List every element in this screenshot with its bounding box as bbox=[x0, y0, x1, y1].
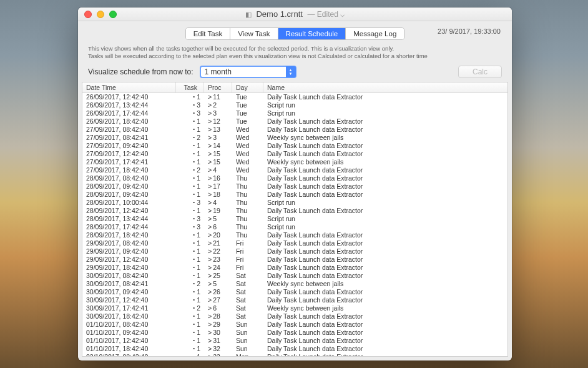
table-row[interactable]: 27/09/2017, 18:42:40•2>4WedDaily Task La… bbox=[82, 166, 507, 174]
tab-view-task[interactable]: View Task bbox=[230, 28, 278, 39]
cell-day: Wed bbox=[232, 134, 263, 142]
cell-task: •1 bbox=[176, 247, 204, 256]
table-row[interactable]: 28/09/2017, 10:00:44•3>4ThuScript run bbox=[82, 199, 507, 207]
cell-name: Script run bbox=[263, 101, 507, 109]
cell-proc: >12 bbox=[204, 117, 232, 126]
cell-proc: >22 bbox=[204, 247, 232, 256]
cell-name: Daily Task Launch data Extractor bbox=[263, 272, 507, 280]
view-tabs: Edit TaskView TaskResult ScheduleMessage… bbox=[185, 27, 405, 40]
table-row[interactable]: 28/09/2017, 18:42:40•1>20ThuDaily Task L… bbox=[82, 231, 507, 239]
table-row[interactable]: 26/09/2017, 17:42:44•3>3TueScript run bbox=[82, 109, 507, 117]
col-name[interactable]: Name bbox=[263, 82, 507, 92]
cell-datetime: 28/09/2017, 17:42:44 bbox=[82, 223, 176, 231]
cell-proc: >5 bbox=[204, 215, 232, 223]
cell-proc: >25 bbox=[204, 272, 232, 280]
cell-name: Daily Task Launch data Extractor bbox=[263, 329, 507, 337]
cell-day: Sat bbox=[232, 296, 263, 304]
cell-day: Sun bbox=[232, 321, 263, 329]
period-select[interactable]: 1 month ▲▼ bbox=[200, 66, 296, 78]
table-row[interactable]: 30/09/2017, 09:42:40•1>26SatDaily Task L… bbox=[82, 288, 507, 296]
table-row[interactable]: 28/09/2017, 08:42:40•1>16ThuDaily Task L… bbox=[82, 174, 507, 182]
cell-datetime: 28/09/2017, 18:42:40 bbox=[82, 231, 176, 239]
table-header: Date Time Task Proc Day Name bbox=[82, 82, 507, 93]
table-row[interactable]: 28/09/2017, 09:42:40•1>17ThuDaily Task L… bbox=[82, 182, 507, 191]
cell-name: Daily Task Launch data Extractor bbox=[263, 345, 507, 353]
table-row[interactable]: 27/09/2017, 17:42:41•1>15WedWeekly sync … bbox=[82, 158, 507, 166]
tab-edit-task[interactable]: Edit Task bbox=[186, 28, 230, 39]
cell-proc: >11 bbox=[204, 93, 232, 101]
cell-datetime: 01/10/2017, 18:42:40 bbox=[82, 345, 176, 353]
col-task[interactable]: Task bbox=[176, 82, 204, 92]
table-row[interactable]: 30/09/2017, 12:42:40•1>27SatDaily Task L… bbox=[82, 296, 507, 304]
col-day[interactable]: Day bbox=[232, 82, 263, 92]
table-row[interactable]: 27/09/2017, 08:42:40•1>13WedDaily Task L… bbox=[82, 126, 507, 134]
zoom-button[interactable] bbox=[109, 11, 117, 18]
table-row[interactable]: 26/09/2017, 18:42:40•1>12TueDaily Task L… bbox=[82, 117, 507, 126]
cell-name: Daily Task Launch data Extractor bbox=[263, 166, 507, 174]
cell-task: •1 bbox=[176, 191, 204, 199]
cell-task: •1 bbox=[176, 150, 204, 158]
cell-day: Sun bbox=[232, 337, 263, 345]
cell-name: Daily Task Launch data Extractor bbox=[263, 142, 507, 150]
cell-day: Thu bbox=[232, 223, 263, 231]
cell-proc: >28 bbox=[204, 312, 232, 321]
edited-indicator[interactable]: — Edited ⌵ bbox=[307, 10, 345, 19]
table-row[interactable]: 29/09/2017, 12:42:40•1>23FriDaily Task L… bbox=[82, 256, 507, 264]
cell-datetime: 27/09/2017, 08:42:41 bbox=[82, 134, 176, 142]
table-row[interactable]: 01/10/2017, 12:42:40•1>31SunDaily Task L… bbox=[82, 337, 507, 345]
titlebar[interactable]: ◧ Demo 1.crntt — Edited ⌵ bbox=[78, 7, 512, 21]
cell-proc: >3 bbox=[204, 109, 232, 117]
calc-button[interactable]: Calc bbox=[458, 66, 502, 78]
close-button[interactable] bbox=[84, 11, 92, 18]
cell-datetime: 28/09/2017, 13:42:44 bbox=[82, 215, 176, 223]
table-row[interactable]: 30/09/2017, 17:42:41•2>6SatWeekly sync b… bbox=[82, 304, 507, 312]
table-row[interactable]: 27/09/2017, 12:42:40•1>15WedDaily Task L… bbox=[82, 150, 507, 158]
cell-day: Fri bbox=[232, 256, 263, 264]
table-row[interactable]: 28/09/2017, 09:42:40•1>18ThuDaily Task L… bbox=[82, 191, 507, 199]
cell-day: Fri bbox=[232, 247, 263, 256]
table-row[interactable]: 01/10/2017, 08:42:40•1>29SunDaily Task L… bbox=[82, 321, 507, 329]
cell-proc: >24 bbox=[204, 264, 232, 272]
table-row[interactable]: 29/09/2017, 18:42:40•1>24FriDaily Task L… bbox=[82, 264, 507, 272]
cell-name: Daily Task Launch data Extractor bbox=[263, 337, 507, 345]
table-row[interactable]: 29/09/2017, 09:42:40•1>22FriDaily Task L… bbox=[82, 247, 507, 256]
table-body[interactable]: 26/09/2017, 12:42:40•1>11TueDaily Task L… bbox=[82, 93, 507, 356]
table-row[interactable]: 30/09/2017, 08:42:41•2>5SatWeekly sync b… bbox=[82, 280, 507, 288]
cell-datetime: 27/09/2017, 08:42:40 bbox=[82, 126, 176, 134]
select-arrows-icon: ▲▼ bbox=[286, 66, 296, 77]
cell-name: Weekly sync between jails bbox=[263, 304, 507, 312]
table-row[interactable]: 02/10/2017, 08:42:40•1>33MonDaily Task L… bbox=[82, 353, 507, 356]
minimize-button[interactable] bbox=[97, 11, 104, 18]
cell-datetime: 29/09/2017, 09:42:40 bbox=[82, 247, 176, 256]
table-row[interactable]: 30/09/2017, 08:42:40•1>25SatDaily Task L… bbox=[82, 272, 507, 280]
table-row[interactable]: 30/09/2017, 18:42:40•1>28SatDaily Task L… bbox=[82, 312, 507, 321]
col-datetime[interactable]: Date Time bbox=[82, 82, 176, 92]
cell-proc: >33 bbox=[204, 353, 232, 356]
cell-name: Daily Task Launch data Extractor bbox=[263, 207, 507, 215]
table-row[interactable]: 28/09/2017, 13:42:44•3>5ThuScript run bbox=[82, 215, 507, 223]
app-window: ◧ Demo 1.crntt — Edited ⌵ Edit TaskView … bbox=[78, 7, 512, 361]
cell-name: Daily Task Launch data Extractor bbox=[263, 353, 507, 356]
table-row[interactable]: 28/09/2017, 17:42:44•3>6ThuScript run bbox=[82, 223, 507, 231]
cell-task: •1 bbox=[176, 207, 204, 215]
table-row[interactable]: 27/09/2017, 09:42:40•1>14WedDaily Task L… bbox=[82, 142, 507, 150]
col-proc[interactable]: Proc bbox=[204, 82, 232, 92]
cell-proc: >4 bbox=[204, 199, 232, 207]
cell-day: Wed bbox=[232, 158, 263, 166]
table-row[interactable]: 26/09/2017, 12:42:40•1>11TueDaily Task L… bbox=[82, 93, 507, 101]
table-row[interactable]: 01/10/2017, 09:42:40•1>30SunDaily Task L… bbox=[82, 329, 507, 337]
table-row[interactable]: 29/09/2017, 08:42:40•1>21FriDaily Task L… bbox=[82, 239, 507, 247]
tab-message-log[interactable]: Message Log bbox=[346, 28, 404, 39]
visualize-label: Visualize schedule from now to: bbox=[88, 67, 194, 76]
tab-result-schedule[interactable]: Result Schedule bbox=[278, 28, 346, 39]
cell-datetime: 30/09/2017, 08:42:41 bbox=[82, 280, 176, 288]
table-row[interactable]: 27/09/2017, 08:42:41•2>3WedWeekly sync b… bbox=[82, 134, 507, 142]
cell-task: •1 bbox=[176, 231, 204, 239]
table-row[interactable]: 01/10/2017, 18:42:40•1>32SunDaily Task L… bbox=[82, 345, 507, 353]
cell-day: Fri bbox=[232, 239, 263, 247]
table-row[interactable]: 28/09/2017, 12:42:40•1>19ThuDaily Task L… bbox=[82, 207, 507, 215]
cell-task: •1 bbox=[176, 264, 204, 272]
table-row[interactable]: 26/09/2017, 13:42:44•3>2TueScript run bbox=[82, 101, 507, 109]
cell-datetime: 28/09/2017, 08:42:40 bbox=[82, 174, 176, 182]
cell-task: •1 bbox=[176, 117, 204, 126]
